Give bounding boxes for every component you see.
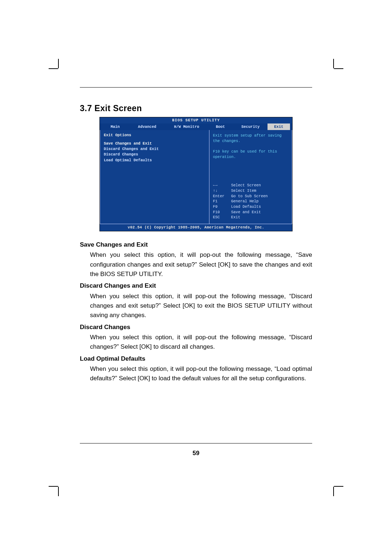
bios-key-row: F1General Help [213,199,288,204]
bios-key-desc: Save and Exit [231,210,261,215]
bios-help-text: Exit system setup after saving the chang… [213,133,288,159]
subheading: Save Changes and Exit [80,240,312,250]
subheading: Load Optimal Defaults [80,354,312,364]
bios-option-discard-exit[interactable]: Discard Changes and Exit [104,146,205,152]
bios-tab-bar: Main Advanced H/W Monitro Boot Security … [100,123,292,130]
cropmark-top-right [330,61,341,73]
bios-key-desc: Exit [231,215,240,220]
bios-key-desc: Select Item [231,188,256,194]
bios-key-row: F9Load Defaults [213,204,288,210]
bottom-rule [80,443,312,443]
bios-key: ↑↓ [213,188,231,194]
bios-tab-main[interactable]: Main [102,123,128,130]
section-heading: 3.7 Exit Screen [80,104,312,113]
bios-key: F1 [213,199,231,204]
paragraph: When you select this option, it will pop… [90,250,312,279]
bios-tab-security[interactable]: Security [234,123,268,130]
bios-key-row: EnterGo to Sub Screen [213,194,288,199]
bios-key-row: ←→Select Screen [213,183,288,188]
paragraph: When you select this option, it will pop… [90,292,312,320]
explanatory-text: Save Changes and ExitWhen you select thi… [80,240,312,384]
bios-key: F10 [213,210,231,215]
bios-left-panel: Exit Options Save Changes and Exit Disca… [100,130,209,224]
bios-tab-hwmon[interactable]: H/W Monitro [166,123,207,130]
bios-option-discard[interactable]: Discard Changes [104,152,205,157]
bios-key-desc: Go to Sub Screen [231,194,268,199]
bios-key-desc: Load Defaults [231,204,261,210]
bios-title: BIOS SETUP UTILITY [100,117,292,123]
bios-key-row: F10Save and Exit [213,210,288,215]
bios-option-save-exit[interactable]: Save Changes and Exit [104,141,205,146]
bios-key: ESC [213,215,231,220]
cropmark-top-left [51,61,62,73]
bios-key-row: ↑↓Select Item [213,188,288,194]
top-rule [80,87,312,88]
page-number: 59 [0,450,392,457]
bios-key: Enter [213,194,231,199]
bios-tab-advanced[interactable]: Advanced [128,123,166,130]
bios-tab-exit[interactable]: Exit [268,123,290,130]
bios-tab-boot[interactable]: Boot [207,123,234,130]
bios-group-title: Exit Options [104,133,205,137]
bios-screenshot: BIOS SETUP UTILITY Main Advanced H/W Mon… [80,117,312,231]
bios-key-desc: Select Screen [231,183,261,188]
paragraph: When you select this option, it will pop… [90,364,312,384]
subheading: Discard Changes and Exit [80,281,312,291]
bios-key: ←→ [213,183,231,188]
subheading: Discard Changes [80,323,312,332]
bios-right-panel: Exit system setup after saving the chang… [209,130,292,224]
cropmark-bottom-right [330,482,341,494]
bios-key-legend: ←→Select Screen↑↓Select ItemEnterGo to S… [213,183,288,220]
paragraph: When you select this option, it will pop… [90,333,312,352]
bios-key-row: ESCExit [213,215,288,220]
page-content: 3.7 Exit Screen BIOS SETUP UTILITY Main … [80,87,312,386]
bios-setup-utility: BIOS SETUP UTILITY Main Advanced H/W Mon… [99,117,293,231]
cropmark-bottom-left [51,482,62,494]
bios-footer: v02.54 (C) Copyright 1985-2005, American… [100,224,292,231]
bios-body: Exit Options Save Changes and Exit Disca… [100,130,292,224]
bios-option-load-defaults[interactable]: Load Optimal Defaults [104,158,205,163]
bios-key-desc: General Help [231,199,259,204]
bios-key: F9 [213,204,231,210]
